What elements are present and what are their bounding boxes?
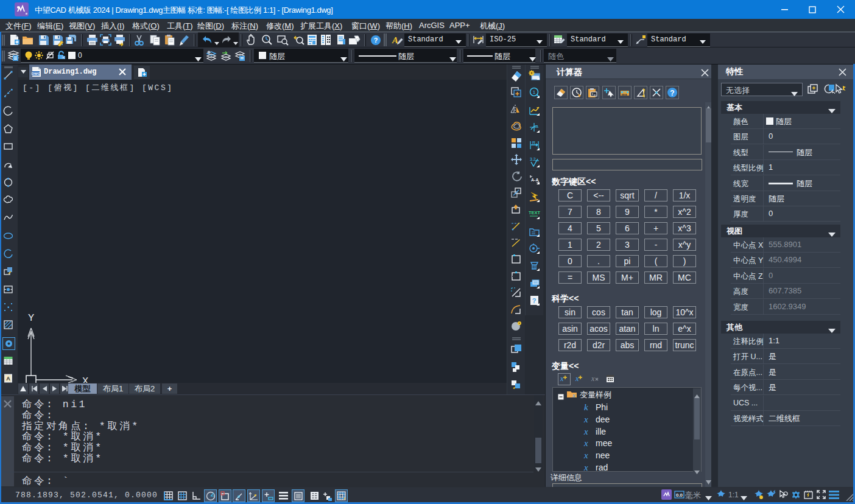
svg-text:k: k xyxy=(584,402,588,412)
svg-text:DWG: DWG xyxy=(32,72,41,75)
svg-text:x: x xyxy=(583,463,588,472)
svg-text:x: x xyxy=(591,374,595,383)
svg-text:?: ? xyxy=(374,37,378,44)
svg-text:A: A xyxy=(392,35,398,45)
svg-text:1: 1 xyxy=(533,89,536,95)
svg-text:x: x xyxy=(572,391,575,398)
svg-text:Y: Y xyxy=(28,312,34,324)
svg-text:?: ? xyxy=(670,89,675,97)
svg-text:0.0: 0.0 xyxy=(676,492,683,498)
svg-text:3.2: 3.2 xyxy=(530,157,536,161)
svg-text:x: x xyxy=(575,374,579,383)
svg-text:R: R xyxy=(532,141,535,145)
svg-text:x: x xyxy=(583,438,588,448)
svg-text:x: x xyxy=(583,415,588,424)
svg-text:?: ? xyxy=(532,297,537,304)
svg-text:x: x xyxy=(583,427,588,436)
svg-text:x: x xyxy=(583,450,588,460)
svg-text:A-A: A-A xyxy=(531,178,538,182)
svg-text:x: x xyxy=(560,374,564,383)
svg-text:TEXT: TEXT xyxy=(529,210,541,215)
svg-text:A: A xyxy=(6,376,10,382)
